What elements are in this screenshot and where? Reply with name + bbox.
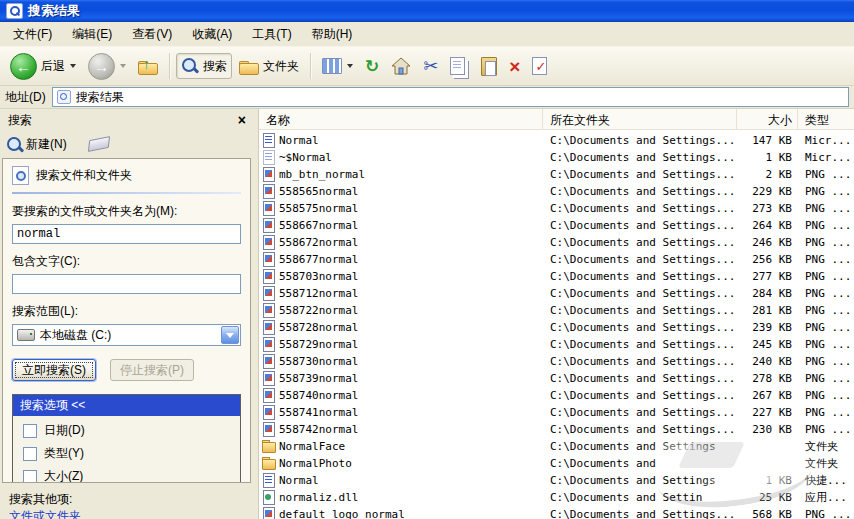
file-row[interactable]: 558672normal C:\Documents and Settings..… (259, 234, 854, 251)
file-row[interactable]: ~$Normal C:\Documents and Settings... 1 … (259, 149, 854, 166)
file-size: 264 KB (737, 219, 798, 232)
file-row[interactable]: 558677normal C:\Documents and Settings..… (259, 251, 854, 268)
file-row[interactable]: 558741normal C:\Documents and Settings..… (259, 404, 854, 421)
file-type: PNG ... (798, 304, 854, 317)
file-row[interactable]: 558730normal C:\Documents and Settings..… (259, 353, 854, 370)
file-icon (262, 184, 275, 199)
contains-input[interactable] (12, 274, 241, 294)
file-name: ~$Normal (279, 151, 332, 164)
column-header-size[interactable]: 大小 (737, 109, 798, 129)
file-name: normaliz.dll (279, 491, 358, 504)
undo-check-button[interactable]: ✓ (527, 53, 552, 79)
search-options-header[interactable]: 搜索选项 << (13, 395, 240, 416)
paste-button[interactable] (476, 53, 502, 80)
file-type: 文件夹 (798, 456, 854, 471)
file-row[interactable]: 558722normal C:\Documents and Settings..… (259, 302, 854, 319)
forward-dropdown-icon[interactable] (120, 64, 126, 68)
search-results-icon (6, 3, 23, 19)
filename-input[interactable] (12, 224, 241, 244)
menu-help[interactable]: 帮助(H) (302, 23, 363, 46)
new-search-button[interactable]: 新建(N) (6, 136, 67, 153)
file-row[interactable]: 558728normal C:\Documents and Settings..… (259, 319, 854, 336)
home-button[interactable] (386, 53, 416, 79)
column-header-type[interactable]: 类型 (798, 109, 854, 129)
option-date[interactable]: 日期(D) (13, 416, 240, 439)
copy-button[interactable] (445, 53, 474, 79)
file-row[interactable]: 558729normal C:\Documents and Settings..… (259, 336, 854, 353)
file-path: C:\Documents and Settings... (543, 202, 737, 215)
file-type: PNG ... (798, 406, 854, 419)
forward-button[interactable]: → (83, 49, 131, 84)
file-size: 2 KB (737, 168, 798, 181)
main-area: 搜索 × 新建(N) 搜索文件和文件夹 要搜索的文件或文件夹名为(M): 包含文 (0, 109, 854, 519)
search-panel: 搜索文件和文件夹 要搜索的文件或文件夹名为(M): 包含文字(C): 搜索范围(… (2, 158, 251, 483)
file-icon (262, 150, 275, 165)
back-button[interactable]: ← 后退 (5, 49, 81, 84)
delete-button[interactable]: × (504, 53, 525, 80)
dropdown-button[interactable] (221, 326, 239, 344)
option-type[interactable]: 类型(Y) (13, 439, 240, 462)
file-name: NormalPhoto (279, 457, 352, 470)
file-row[interactable]: 558739normal C:\Documents and Settings..… (259, 370, 854, 387)
file-size: 281 KB (737, 304, 798, 317)
file-row[interactable]: 558565normal C:\Documents and Settings..… (259, 183, 854, 200)
file-icon (262, 456, 275, 471)
refresh-icon: ↻ (365, 58, 379, 75)
file-row[interactable]: 558575normal C:\Documents and Settings..… (259, 200, 854, 217)
file-size: 267 KB (737, 389, 798, 402)
menu-favorites[interactable]: 收藏(A) (182, 23, 242, 46)
views-button[interactable] (317, 54, 358, 78)
file-row[interactable]: 558667normal C:\Documents and Settings..… (259, 217, 854, 234)
file-row[interactable]: 558703normal C:\Documents and Settings..… (259, 268, 854, 285)
refresh-button[interactable]: ↻ (360, 54, 384, 79)
search-now-button[interactable]: 立即搜索(S) (12, 359, 96, 381)
file-size: 277 KB (737, 270, 798, 283)
files-folders-link[interactable]: 文件或文件夹 (9, 509, 81, 519)
file-row[interactable]: NormalFace C:\Documents and Settings 文件夹 (259, 438, 854, 455)
file-row[interactable]: default_logo_normal C:\Documents and Set… (259, 506, 854, 519)
file-row[interactable]: 558712normal C:\Documents and Settings..… (259, 285, 854, 302)
file-row[interactable]: normaliz.dll C:\Documents and Settin 25 … (259, 489, 854, 506)
stop-search-button[interactable]: 停止搜索(P) (110, 359, 194, 381)
menu-view[interactable]: 查看(V) (122, 23, 182, 46)
checkbox-icon[interactable] (23, 470, 37, 484)
search-icon (181, 57, 199, 75)
file-name: mb_btn_normal (279, 168, 365, 181)
folders-button[interactable]: 文件夹 (234, 54, 304, 79)
search-button[interactable]: 搜索 (176, 53, 232, 79)
views-dropdown-icon[interactable] (347, 64, 353, 68)
file-row[interactable]: 558740normal C:\Documents and Settings..… (259, 387, 854, 404)
column-header-folder[interactable]: 所在文件夹 (543, 109, 737, 129)
window-title: 搜索结果 (28, 2, 80, 20)
checkbox-icon[interactable] (23, 447, 37, 461)
checkbox-icon[interactable] (23, 424, 37, 438)
contains-label: 包含文字(C): (12, 253, 241, 270)
eraser-icon[interactable] (88, 136, 110, 152)
close-icon[interactable]: × (238, 112, 246, 128)
menu-file[interactable]: 文件(F) (3, 23, 62, 46)
file-row[interactable]: Normal C:\Documents and Settings... 147 … (259, 132, 854, 149)
file-name: Normal (279, 134, 319, 147)
search-sidebar: 搜索 × 新建(N) 搜索文件和文件夹 要搜索的文件或文件夹名为(M): 包含文 (0, 109, 258, 519)
file-type: PNG ... (798, 270, 854, 283)
file-type: PNG ... (798, 389, 854, 402)
scope-select[interactable]: 本地磁盘 (C:) (12, 324, 241, 346)
column-header-name[interactable]: 名称 (259, 109, 543, 129)
toolbar-separator (169, 53, 170, 79)
file-type: PNG ... (798, 321, 854, 334)
file-row[interactable]: NormalPhoto C:\Documents and 文件夹 (259, 455, 854, 472)
menu-edit[interactable]: 编辑(E) (62, 23, 122, 46)
file-path: C:\Documents and Settings... (543, 304, 737, 317)
file-size: 229 KB (737, 185, 798, 198)
file-path: C:\Documents and Settings... (543, 236, 737, 249)
menu-tools[interactable]: 工具(T) (242, 23, 301, 46)
up-button[interactable]: ↑ (133, 55, 163, 78)
file-row[interactable]: mb_btn_normal C:\Documents and Settings.… (259, 166, 854, 183)
option-size[interactable]: 大小(Z) (13, 462, 240, 483)
file-path: C:\Documents and Settings... (543, 253, 737, 266)
back-dropdown-icon[interactable] (70, 64, 76, 68)
file-row[interactable]: Normal C:\Documents and Settings 1 KB 快捷… (259, 472, 854, 489)
address-input[interactable]: 搜索结果 (52, 87, 849, 107)
file-row[interactable]: 558742normal C:\Documents and Settings..… (259, 421, 854, 438)
cut-button[interactable]: ✂ (418, 53, 443, 79)
